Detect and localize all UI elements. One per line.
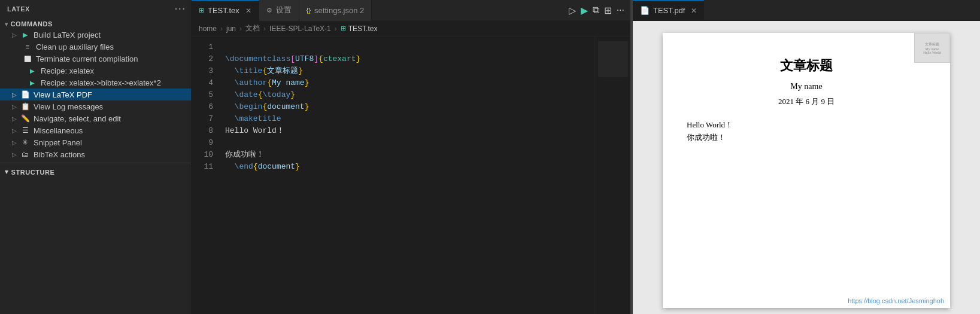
minimap [594,36,630,314]
editor-layout-button[interactable]: ⊞ [603,4,613,17]
structure-section-label[interactable]: ▾ STRUCTURE [0,166,191,177]
pdf-pane: 📄 TEST.pdf ✕ 文章标题My nameHello World 文章标题… [633,0,980,314]
more-actions-button[interactable]: ··· [615,4,626,17]
pdf-thumbnail: 文章标题My nameHello World [914,33,950,63]
line-num-10: 10 [192,149,213,161]
sidebar-item-label-cleanup: Clean up auxiliary files [36,42,114,51]
code-line-10: \end{document} [225,162,300,171]
sidebar-item-view-pdf[interactable]: ▷ 📄 View LaTeX PDF [0,89,191,100]
breadcrumb-home[interactable]: home [199,25,217,33]
pdf-footer-url: https://blog.csdn.net/Jesminghoh [848,297,944,304]
line-num-1: 1 [192,41,213,53]
tab-settings-json[interactable]: {} settings.json 2 [299,0,372,21]
tab-test-tex-label: TEST.tex [208,6,239,15]
snippet-expand-icon: ▷ [12,139,17,146]
misc-icon: ☰ [20,126,30,135]
sidebar-item-recipe-xelatex[interactable]: ▶ Recipe: xelatex [0,65,191,77]
misc-expand-icon: ▷ [12,127,17,134]
line-num-9: 9 [192,137,213,149]
code-line-1: \documentclass[UTF8]{ctexart} [225,54,360,63]
bibtex-icon: 🗂 [20,150,30,159]
sidebar-item-view-log[interactable]: ▷ 📋 View Log messages [0,100,191,112]
commands-section-label[interactable]: ▾ COMMANDS [0,18,191,29]
tab-test-tex[interactable]: ⊞ TEST.tex ✕ [192,0,259,21]
line-numbers: 1 2 3 4 5 6 7 8 9 10 11 [192,36,220,314]
run-solid-button[interactable]: ▶ [579,4,589,17]
sidebar-item-bibtex[interactable]: ▷ 🗂 BibTeX actions [0,148,191,160]
breadcrumb-jun[interactable]: jun [226,25,236,33]
sidebar-more-button[interactable]: ··· [175,4,186,14]
sidebar-item-snippet[interactable]: ▷ ✳ Snippet Panel [0,136,191,148]
sidebar: LATEX ··· ▾ COMMANDS ▷ ▶ Build LaTeX pro… [0,0,192,314]
code-line-2: \title{文章标题} [225,66,303,75]
build-expand-icon: ▷ [12,32,17,38]
editor-content-area: 1 2 3 4 5 6 7 8 9 10 11 \documentclass[U… [192,36,630,314]
navigate-expand-icon: ▷ [12,115,17,122]
code-line-7: Hello World！ [225,126,284,135]
breadcrumb-project[interactable]: IEEE-SPL-LaTeX-1 [269,25,331,33]
breadcrumb-sep-4: › [335,25,337,33]
tex-file-icon: ⊞ [199,7,204,14]
pdf-body: Hello World！ 你成功啦！ [687,119,926,144]
sidebar-item-label-view-log: View Log messages [34,102,103,111]
sidebar-divider [0,163,191,163]
sidebar-header: LATEX ··· [0,0,191,18]
recipe-bibtex-play-icon: ▶ [28,78,37,87]
tab-actions: ▷ ▶ ⧉ ⊞ ··· [563,4,630,17]
sidebar-item-label-recipe-xelatex: Recipe: xelatex [41,66,94,75]
editor-split: ⊞ TEST.tex ✕ ⚙ 设置 {} settings.json 2 ▷ ▶… [192,0,980,314]
pdf-date: 2021 年 6 月 9 日 [778,96,835,107]
tab-test-tex-close[interactable]: ✕ [245,7,251,15]
terminate-icon: ⬜ [23,54,32,63]
sidebar-item-cleanup[interactable]: ≡ Clean up auxiliary files [0,41,191,53]
breadcrumb-sep-2: › [239,25,242,33]
line-num-5: 5 [192,89,213,101]
commands-chevron: ▾ [5,21,8,28]
tab-settings-label: 设置 [276,5,292,16]
minimap-preview [598,41,628,77]
view-log-expand-icon: ▷ [12,103,17,110]
run-outline-button[interactable]: ▷ [568,4,577,17]
code-line-6: \maketitle [225,114,281,123]
tab-settings-json-label: settings.json 2 [314,6,364,15]
tab-pdf[interactable]: 📄 TEST.pdf ✕ [633,0,704,21]
sidebar-item-misc[interactable]: ▷ ☰ Miscellaneous [0,124,191,136]
line-num-8: 8 [192,125,213,137]
line-num-7: 7 [192,113,213,125]
build-play-icon: ▶ [20,30,30,39]
code-line-3: \author{My name} [225,78,309,87]
sidebar-item-label-terminate: Terminate current compilation [36,54,138,63]
commands-label: COMMANDS [11,20,53,28]
pdf-author: My name [790,82,822,92]
sidebar-item-label-view-pdf: View LaTeX PDF [34,90,92,99]
tab-settings[interactable]: ⚙ 设置 [259,0,299,21]
structure-chevron: ▾ [5,168,9,176]
structure-label: STRUCTURE [11,169,55,176]
code-line-5: \begin{document} [225,102,309,111]
pdf-body-line2: 你成功啦！ [687,132,926,144]
navigate-icon: ✏️ [20,114,30,123]
view-pdf-icon: 📄 [20,90,30,99]
sidebar-item-build[interactable]: ▷ ▶ Build LaTeX project [0,29,191,41]
tab-pdf-close[interactable]: ✕ [691,7,697,15]
pdf-title: 文章标题 [780,57,833,75]
pdf-content[interactable]: 文章标题My nameHello World 文章标题 My name 2021… [633,21,980,314]
sidebar-item-recipe-bibtex[interactable]: ▶ Recipe: xelatex->bibtex->exlatex*2 [0,77,191,89]
pdf-page: 文章标题My nameHello World 文章标题 My name 2021… [663,33,950,308]
breadcrumb-sep-3: › [263,25,266,33]
sidebar-title: LATEX [7,5,30,13]
split-editor-button[interactable]: ⧉ [591,4,600,17]
view-pdf-expand-icon: ▷ [12,92,17,98]
sidebar-item-navigate[interactable]: ▷ ✏️ Navigate, select, and edit [0,112,191,124]
editor-pane: ⊞ TEST.tex ✕ ⚙ 设置 {} settings.json 2 ▷ ▶… [192,0,630,314]
breadcrumb-current[interactable]: TEST.tex [348,25,378,33]
line-num-6: 6 [192,101,213,113]
sidebar-item-label-build: Build LaTeX project [34,31,101,39]
breadcrumb-docs[interactable]: 文档 [245,23,260,33]
tab-pdf-label: TEST.pdf [653,6,685,15]
sidebar-item-terminate[interactable]: ⬜ Terminate current compilation [0,53,191,65]
recipe-xelatex-play-icon: ▶ [28,66,37,75]
pdf-tab-bar: 📄 TEST.pdf ✕ [633,0,980,21]
snippet-icon: ✳ [20,138,30,147]
code-editor[interactable]: \documentclass[UTF8]{ctexart} \title{文章标… [220,36,594,314]
